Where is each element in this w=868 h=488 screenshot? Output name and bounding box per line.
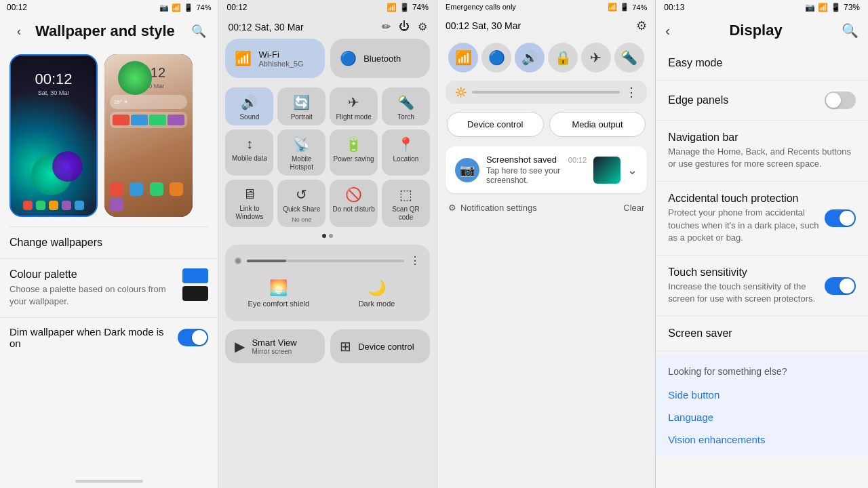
touch-sensitivity-label: Touch sensitivity [668,266,825,279]
mobile-data-cell[interactable]: ↕ Mobile data [225,129,273,176]
notif-time: 00:12 [568,156,587,164]
colour-palette-desc: Choose a palette based on colours from y… [9,283,182,308]
status-bar-p2: 00:12 📶 📱 74% [218,0,436,15]
screenshot-notif[interactable]: 📷 Screenshot saved 00:12 Tap here to see… [446,146,647,193]
looking-section: Looking for something else? Side button … [656,355,868,456]
qs-header: 00:12 Sat, 30 Mar ✏ ⏻ ⚙ [218,15,436,39]
scan-qr-cell[interactable]: ⬚ Scan QR code [382,180,430,227]
status-bar-p1: 00:12 📷 📶 📱 74% [0,0,218,15]
emg-wifi-qi[interactable]: 📶 [448,43,478,73]
touch-sensitivity-item[interactable]: Touch sensitivity Increase the touch sen… [656,256,868,317]
bottom-nav-bar-p1 [75,480,143,483]
flight-cell[interactable]: ✈ Flight mode [330,87,378,125]
wallpaper-thumb-1[interactable]: 00:12 Sat, 30 Mar [9,54,98,217]
language-link[interactable]: Language [668,406,856,428]
eye-comfort-tile[interactable]: 🌅 Eye comfort shield [232,272,325,314]
easy-mode-item[interactable]: Easy mode [656,46,868,81]
emg-time: 00:12 Sat, 30 Mar [446,20,521,31]
edit-icon[interactable]: ✏ [382,20,391,33]
widget1: 28° ☀ [110,95,187,109]
back-button-p1[interactable]: ‹ [9,22,28,41]
device-control-btn[interactable]: Device control [447,112,544,137]
thumb2-bottom-apps [104,182,193,211]
swatch-blue [182,268,208,283]
change-wallpapers-row[interactable]: Change wallpapers [0,227,218,258]
signal-icon-p1: 📱 [184,3,193,12]
power-icon[interactable]: ⏻ [399,20,410,33]
accidental-touch-item[interactable]: Accidental touch protection Protect your… [656,182,868,256]
dark-mode-tile[interactable]: 🌙 Dark mode [330,272,423,314]
edge-panels-toggle[interactable] [825,92,856,109]
qs-status-time: 00:12 [226,3,247,12]
wifi-tile-sub: Abhishek_5G [258,60,303,68]
sound-label: Sound [239,113,259,121]
comfort-row: 🌅 Eye comfort shield 🌙 Dark mode [232,272,422,314]
notif-expand-icon[interactable]: ⌄ [627,163,637,178]
notif-icon: 📷 [455,158,479,182]
notif-clear-btn[interactable]: Clear [623,203,644,213]
emg-brightness-row: 🔆 ⋮ [446,81,647,104]
nav-bar-desc: Manage the Home, Back, and Recents butto… [668,146,856,170]
search-icon-p1[interactable]: 🔍 [189,22,208,41]
dot-2 [329,234,333,238]
wallpaper-panel: 00:12 📷 📶 📱 74% ‹ Wallpaper and style 🔍 … [0,0,218,488]
media-output-btn[interactable]: Media output [549,112,646,137]
wifi-icon-p1: 📶 [172,3,181,12]
hotspot-cell[interactable]: 📡 Mobile Hotspot [277,129,326,176]
back-btn-p4[interactable]: ‹ [665,23,670,39]
status-bar-p4: 00:13 📷 📶 📱 73% [656,0,868,15]
power-saving-cell[interactable]: 🔋 Power saving [330,129,378,176]
sound-cell[interactable]: 🔊 Sound [225,87,273,125]
notif-settings-text[interactable]: ⚙ Notification settings [448,203,537,213]
quick-share-label: Quick Share [283,205,320,214]
emg-lock-qi[interactable]: 🔒 [548,43,578,73]
screen-saver-item[interactable]: Screen saver [656,317,868,351]
qs-grid: 🔊 Sound 🔄 Portrait ✈ Flight mode 🔦 Torch… [218,83,436,231]
quick-share-cell[interactable]: ↺ Quick Share No one [277,180,326,227]
emg-bt-qi[interactable]: 🔵 [481,43,511,73]
sound-icon: 🔊 [241,94,258,110]
emg-brightness-icon: 🔆 [455,87,467,98]
colour-palette-title: Colour palette [9,268,182,281]
scan-qr-icon: ⬚ [399,186,412,203]
emg-more-icon[interactable]: ⋮ [625,85,637,100]
search-icon-p4[interactable]: 🔍 [842,22,859,39]
brightness-dot[interactable] [235,258,241,264]
bluetooth-tile[interactable]: 🔵 Bluetooth [330,39,430,78]
emg-flight-qi[interactable]: ✈ [581,43,611,73]
emg-btn-row: Device control Media output [437,106,655,142]
dnd-cell[interactable]: 🚫 Do not disturb [330,180,378,227]
settings-icon[interactable]: ⚙ [418,20,427,33]
side-button-link[interactable]: Side button [668,384,856,406]
dim-wallpaper-toggle[interactable] [178,329,209,346]
emg-sound-qi[interactable]: 🔊 [515,43,545,73]
vision-link[interactable]: Vision enhancements [668,428,856,451]
more-icon[interactable]: ⋮ [410,254,420,267]
smart-view-label: Smart View [252,338,296,348]
app2-3 [150,182,163,196]
page-dots [218,231,436,241]
app-dot-3 [49,201,58,210]
accidental-touch-toggle[interactable] [825,209,856,227]
torch-cell[interactable]: 🔦 Torch [382,87,430,125]
app2-4 [170,182,183,196]
disp-signal-icon: 📱 [831,3,841,12]
colour-palette-section[interactable]: Colour palette Choose a palette based on… [0,259,218,317]
touch-sensitivity-toggle[interactable] [825,277,856,295]
display-title: Display [729,22,782,39]
app-dot-5 [75,201,84,210]
qs-header-icons: ✏ ⏻ ⚙ [382,20,427,33]
device-control-tile-p2[interactable]: ⊞ Device control [330,329,430,363]
portrait-cell[interactable]: 🔄 Portrait [277,87,326,125]
edge-panels-item[interactable]: Edge panels [656,81,868,121]
wallpaper-thumb-2[interactable]: 00:12 Sat, 30 Mar 28° ☀ [104,54,193,217]
display-settings-panel: 00:13 📷 📶 📱 73% ‹ Display 🔍 Easy mode Ed… [656,0,868,488]
wifi-tile[interactable]: 📶 Wi-Fi Abhishek_5G [225,39,325,78]
emg-settings-icon[interactable]: ⚙ [636,18,647,33]
smart-view-tile[interactable]: ▶ Smart View Mirror screen [225,329,325,363]
nav-bar-item[interactable]: Navigation bar Manage the Home, Back, an… [656,121,868,182]
emg-torch-qi[interactable]: 🔦 [614,43,644,73]
notif-text: Screenshot saved 00:12 Tap here to see y… [486,155,587,185]
link-windows-cell[interactable]: 🖥 Link to Windows [225,180,273,227]
location-cell[interactable]: 📍 Location [382,129,430,176]
